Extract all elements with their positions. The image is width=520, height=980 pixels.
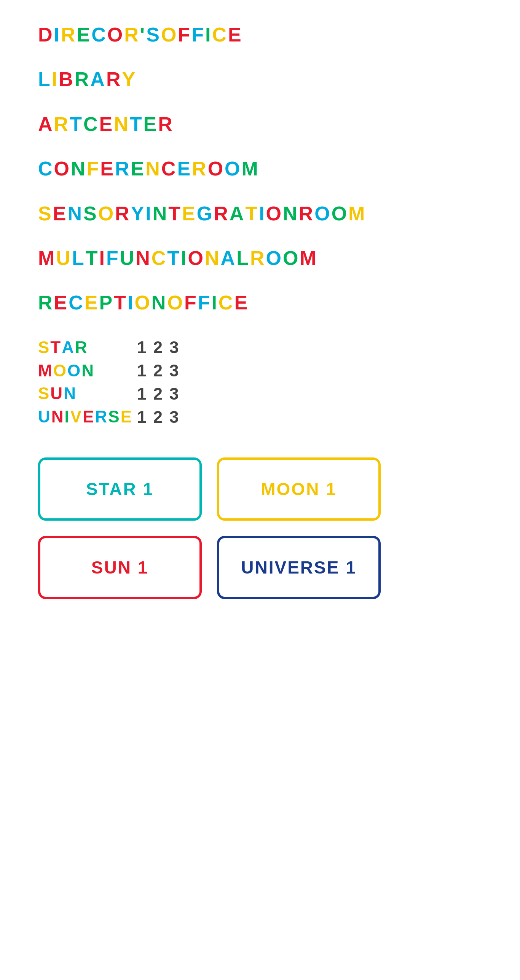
grid-row-star: STAR 1 2 3: [38, 338, 482, 358]
grid-label-sun[interactable]: SUN: [38, 384, 137, 404]
card-star1[interactable]: STAR 1: [38, 457, 202, 521]
menu-label-conference-room: CONFERENCE ROOM: [38, 157, 482, 180]
grid-label-universe[interactable]: UNIVERSE: [38, 407, 137, 427]
grid-star-3[interactable]: 3: [169, 338, 179, 357]
menu-item-reception-office[interactable]: RECEPTION OFFICE: [38, 291, 482, 314]
grid-sun-2[interactable]: 2: [153, 384, 162, 403]
card-sun1-label: SUN 1: [91, 557, 148, 578]
grid-row-sun: SUN 1 2 3: [38, 384, 482, 404]
card-moon1-label: MOON 1: [261, 479, 337, 499]
card-universe1[interactable]: UNIVERSE 1: [217, 536, 381, 599]
menu-item-conference-room[interactable]: CONFERENCE ROOM: [38, 157, 482, 180]
card-moon1[interactable]: MOON 1: [217, 457, 381, 521]
grid-star-2[interactable]: 2: [153, 338, 162, 357]
menu-label-library: LIBRARY: [38, 67, 482, 91]
grid-numbers-sun: 1 2 3: [137, 384, 179, 403]
menu-label-art-center: ART CENTER: [38, 112, 482, 136]
grid-moon-3[interactable]: 3: [169, 361, 179, 380]
grid-universe-2[interactable]: 2: [153, 408, 162, 427]
grid-moon-2[interactable]: 2: [153, 361, 162, 380]
grid-numbers-moon: 1 2 3: [137, 361, 179, 380]
menu-item-art-center[interactable]: ART CENTER: [38, 112, 482, 136]
menu-label-sensory-integration-room: SENSORY INTEGRATION ROOM: [38, 202, 482, 225]
grid-universe-3[interactable]: 3: [169, 408, 179, 427]
grid-sun-3[interactable]: 3: [169, 384, 179, 403]
grid-sun-1[interactable]: 1: [137, 384, 146, 403]
menu-label-directors-office: DIRECOR'S OFFICE: [38, 23, 482, 46]
card-sun1[interactable]: SUN 1: [38, 536, 202, 599]
grid-star-1[interactable]: 1: [137, 338, 146, 357]
menu-item-multi-functional-room[interactable]: MULTI FUNCTIONAL ROOM: [38, 246, 482, 270]
menu-section: DIRECOR'S OFFICE LIBRARY ART CENTER CONF…: [38, 23, 482, 315]
menu-label-multi-functional-room: MULTI FUNCTIONAL ROOM: [38, 246, 482, 270]
grid-moon-1[interactable]: 1: [137, 361, 146, 380]
card-star1-label: STAR 1: [86, 479, 154, 499]
menu-item-library[interactable]: LIBRARY: [38, 67, 482, 91]
menu-item-sensory-integration-room[interactable]: SENSORY INTEGRATION ROOM: [38, 202, 482, 225]
menu-item-directors-office[interactable]: DIRECOR'S OFFICE: [38, 23, 482, 46]
grid-row-universe: UNIVERSE 1 2 3: [38, 407, 482, 427]
menu-label-reception-office: RECEPTION OFFICE: [38, 291, 482, 314]
grid-numbers-universe: 1 2 3: [137, 408, 179, 427]
card-universe1-label: UNIVERSE 1: [241, 557, 357, 578]
grid-row-moon: MOON 1 2 3: [38, 361, 482, 381]
grid-universe-1[interactable]: 1: [137, 408, 146, 427]
grid-label-star[interactable]: STAR: [38, 338, 137, 358]
grid-numbers-star: 1 2 3: [137, 338, 179, 357]
grid-label-moon[interactable]: MOON: [38, 361, 137, 381]
room-cards: STAR 1 MOON 1 SUN 1 UNIVERSE 1: [38, 457, 381, 599]
grid-section: STAR 1 2 3 MOON 1 2 3 SUN 1 2 3 UNIVERSE…: [38, 338, 482, 427]
